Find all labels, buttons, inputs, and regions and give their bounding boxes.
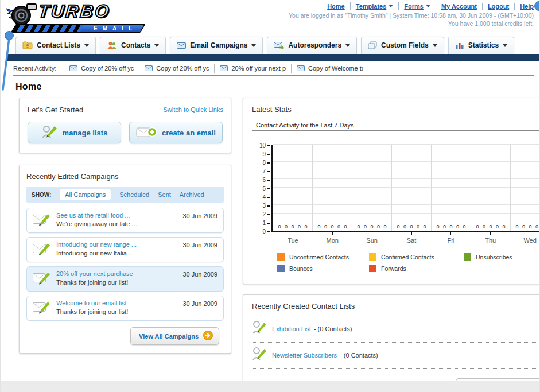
x-tick-mark — [411, 232, 412, 235]
campaign-row[interactable]: Introducing our new range ...Introducing… — [26, 237, 224, 262]
y-tick-mark — [267, 197, 270, 198]
data-value-label: 0 — [317, 224, 320, 230]
recent-activity-item[interactable]: Copy of 20% off yc — [64, 64, 139, 73]
tab-contact-lists[interactable]: Contact Lists — [15, 37, 96, 54]
recent-activity-bar: Recent Activity: Copy of 20% off ycCopy … — [13, 61, 534, 76]
contact-list-link[interactable]: Exhibition List — [272, 325, 311, 332]
stats-period-value: Contact Activity for the Last 7 Days — [256, 122, 354, 129]
envelope-edit-icon — [33, 271, 50, 287]
campaign-title-link[interactable]: 20% off your next purchase — [56, 270, 176, 277]
top-link-forms[interactable]: Forms — [398, 2, 430, 10]
y-tick-label: 5 — [262, 186, 266, 192]
data-value-label: 0 — [535, 224, 538, 230]
x-tick-label: Sun — [352, 232, 392, 244]
y-tick-mark — [267, 162, 270, 164]
campaign-filter-bar: SHOW: All CampaignsScheduledSentArchived — [26, 187, 224, 203]
campaign-row[interactable]: 20% off your next purchaseThanks for joi… — [26, 266, 224, 292]
data-value-label: 0 — [529, 224, 531, 230]
tab-custom-fields[interactable]: Custom Fields — [361, 37, 444, 54]
data-value-label: 0 — [344, 224, 347, 230]
manage-lists-label: manage lists — [63, 129, 108, 137]
legend-swatch — [464, 253, 471, 261]
chevron-down-icon — [251, 44, 256, 49]
top-link-templates[interactable]: Templates — [350, 2, 394, 10]
chart-day-column: 00000 — [432, 145, 471, 231]
data-value-label: 0 — [436, 224, 439, 230]
data-value-label: 0 — [502, 224, 505, 230]
y-tick-mark — [267, 171, 270, 172]
top-link-help[interactable]: Help — [514, 3, 534, 10]
contact-list-count: - (0 Contacts) — [340, 352, 378, 359]
data-value-label: 0 — [397, 224, 399, 230]
recent-campaigns-title: Recently Edited Campaigns — [26, 172, 224, 181]
recent-activity-text: Copy of 20% off yc — [81, 65, 134, 72]
y-tick-label: 9 — [262, 152, 266, 157]
stats-period-select[interactable]: Contact Activity for the Last 7 Days — [252, 119, 540, 131]
top-link-home[interactable]: Home — [327, 3, 345, 10]
page-title: Home — [15, 81, 539, 92]
legend-swatch — [369, 253, 376, 261]
data-value-label: 0 — [291, 224, 294, 230]
data-value-label: 0 — [456, 224, 459, 230]
data-value-label: 0 — [304, 224, 307, 230]
legend-label: Confirmed Contacts — [381, 254, 434, 261]
tab-contacts[interactable]: Contacts — [100, 37, 166, 54]
recent-activity-item[interactable]: Copy of Welcome tc — [291, 64, 368, 73]
tab-email-campaigns[interactable]: Email Campaigns — [170, 37, 263, 54]
data-value-label: 0 — [324, 224, 327, 230]
manage-lists-button[interactable]: manage lists — [28, 122, 121, 143]
x-tick-label: Tue — [273, 232, 313, 244]
campaign-title-link[interactable]: Introducing our new range ... — [56, 241, 176, 248]
data-value-label: 0 — [364, 224, 367, 230]
filter-tab-scheduled[interactable]: Scheduled — [119, 191, 149, 198]
top-link-logout[interactable]: Logout — [482, 3, 509, 10]
campaign-list: See us at the retail food ...We're givin… — [26, 208, 224, 321]
x-tick-label: Mon — [313, 232, 352, 244]
contact-list-item[interactable]: Newsletter Subscribers - (0 Contacts) — [252, 343, 540, 369]
x-tick-mark — [332, 232, 333, 235]
legend-swatch — [369, 265, 376, 272]
filter-tab-archived[interactable]: Archived — [180, 191, 204, 198]
tab-label: Statistics — [468, 41, 499, 49]
y-tick-label: 1 — [262, 220, 266, 226]
tab-autoresponders[interactable]: Autoresponders — [267, 37, 357, 54]
recent-activity-item[interactable]: Copy of 20% off yc — [139, 64, 214, 73]
list-edit-icon — [252, 347, 267, 364]
contact-list-count: - (0 Contacts) — [314, 325, 352, 332]
x-tick-label: Wed — [510, 232, 540, 244]
contact-list-link[interactable]: Newsletter Subscribers — [272, 352, 337, 359]
latest-stats-title: Latest Stats — [252, 105, 540, 114]
y-tick-mark — [267, 214, 270, 215]
chart-day-column: 00000 — [352, 145, 392, 231]
campaign-subtitle: We're giving away our late ... — [56, 220, 176, 227]
view-all-campaigns-button[interactable]: View All Campaigns — [130, 327, 219, 345]
envelope-icon — [220, 65, 228, 71]
campaign-title-link[interactable]: See us at the retail food ... — [56, 212, 176, 219]
y-tick-label: 4 — [262, 195, 266, 200]
tab-statistics[interactable]: Statistics — [448, 37, 514, 54]
switch-quick-links-link[interactable]: Switch to Quick Links — [163, 106, 223, 113]
filter-tab-all-campaigns[interactable]: All Campaigns — [60, 189, 111, 200]
legend-swatch — [277, 253, 285, 261]
recent-activity-item[interactable]: 20% off your next p — [214, 64, 291, 73]
create-email-button[interactable]: create an email — [129, 122, 223, 143]
credits-info: You have 1,000 total credits left. — [289, 20, 534, 27]
show-label: SHOW: — [32, 192, 51, 198]
envelope-icon — [297, 65, 305, 71]
contact-list-item[interactable]: Exhibition List - (0 Contacts) — [252, 316, 540, 343]
y-tick-label: 2 — [262, 212, 266, 218]
tab-label: Contact Lists — [37, 41, 80, 49]
legend-swatch — [277, 265, 285, 272]
campaign-subtitle: Thanks for joining our list! — [56, 308, 176, 315]
manage-lists-icon — [41, 125, 57, 141]
filter-tab-sent[interactable]: Sent — [158, 191, 171, 198]
top-link-my-account[interactable]: My Account — [436, 3, 477, 10]
campaign-date: 30 Jun 2009 — [182, 270, 217, 287]
y-tick-mark — [267, 154, 270, 155]
campaign-row[interactable]: Welcome to our email listThanks for join… — [26, 296, 224, 321]
top-nav: HomeTemplatesFormsMy AccountLogoutHelp — [289, 2, 534, 10]
campaign-title-link[interactable]: Welcome to our email list — [56, 300, 176, 306]
envelope-icon — [145, 65, 153, 71]
campaign-row[interactable]: See us at the retail food ...We're givin… — [26, 208, 224, 233]
chevron-down-icon — [426, 5, 430, 10]
